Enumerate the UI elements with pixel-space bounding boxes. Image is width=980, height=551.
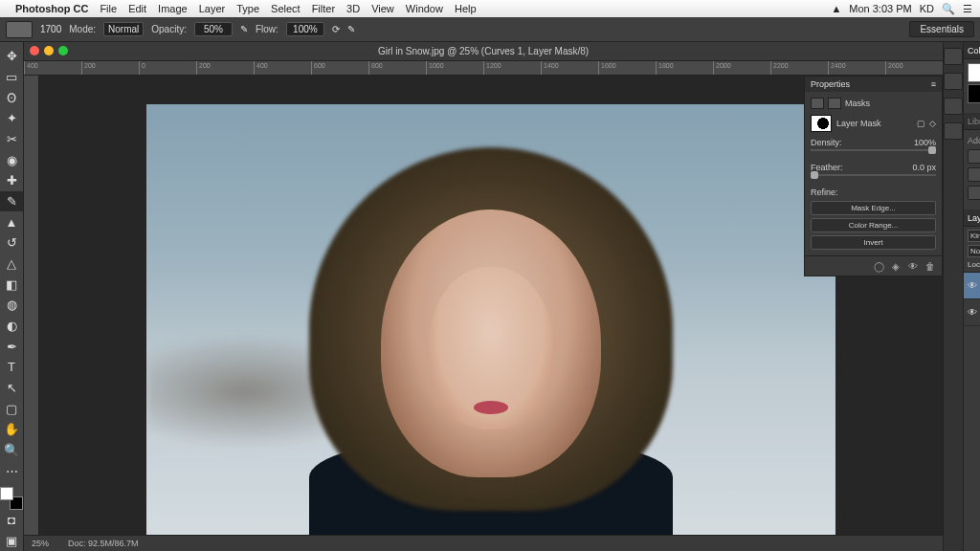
dodge-tool[interactable]: ◐ bbox=[0, 316, 23, 337]
eyedropper-tool[interactable]: ◉ bbox=[0, 149, 23, 170]
close-window-icon[interactable] bbox=[30, 46, 39, 55]
layers-panel-tabs: Layers Channels Paths bbox=[964, 209, 980, 227]
hand-tool[interactable]: ✋ bbox=[0, 419, 23, 440]
history-panel-icon[interactable] bbox=[944, 48, 963, 65]
visibility-icon[interactable]: 👁 bbox=[968, 280, 979, 291]
panel-menu-icon[interactable]: ≡ bbox=[931, 79, 936, 89]
menu-select[interactable]: Select bbox=[271, 3, 301, 14]
layer-background[interactable]: 👁 Background 🔒 bbox=[964, 299, 980, 326]
tab-libraries[interactable]: Libraries bbox=[968, 117, 980, 126]
apply-mask-icon[interactable]: ◈ bbox=[890, 260, 902, 272]
tab-color[interactable]: Color bbox=[968, 46, 980, 55]
crop-tool[interactable]: ✂ bbox=[0, 129, 23, 150]
foreground-color[interactable] bbox=[0, 487, 13, 500]
properties-header[interactable]: Properties ≡ bbox=[805, 77, 942, 92]
mode-label: Mode: bbox=[69, 24, 96, 34]
path-select-tool[interactable]: ↖ bbox=[0, 378, 23, 399]
app-name[interactable]: Photoshop CC bbox=[15, 3, 88, 14]
info-panel-icon[interactable] bbox=[944, 122, 963, 140]
invert-button[interactable]: Invert bbox=[811, 235, 936, 250]
document-tab[interactable]: Girl in Snow.jpg @ 25% (Curves 1, Layer … bbox=[24, 42, 943, 61]
threshold-icon[interactable] bbox=[968, 186, 980, 200]
load-selection-icon[interactable]: ◯ bbox=[873, 260, 884, 272]
density-slider[interactable] bbox=[811, 149, 936, 151]
color-swatches[interactable] bbox=[0, 487, 23, 510]
history-brush-tool[interactable]: ↺ bbox=[0, 232, 23, 253]
horizontal-ruler[interactable]: 4002000200400600800100012001400160018002… bbox=[24, 61, 943, 76]
menu-type[interactable]: Type bbox=[236, 3, 259, 14]
workspace-switcher[interactable]: Essentials bbox=[909, 21, 974, 37]
screenmode-tool[interactable]: ▣ bbox=[0, 530, 23, 551]
layer-blend-select[interactable]: Normal bbox=[968, 245, 980, 257]
zoom-window-icon[interactable] bbox=[58, 46, 68, 55]
menu-edit[interactable]: Edit bbox=[128, 3, 146, 14]
edit-toolbar[interactable]: ⋯ bbox=[0, 460, 23, 481]
fg-swatch[interactable] bbox=[968, 63, 980, 82]
blur-tool[interactable]: ◍ bbox=[0, 295, 23, 316]
brushes-panel-icon[interactable] bbox=[944, 73, 963, 90]
eraser-tool[interactable]: △ bbox=[0, 253, 23, 275]
flow-input[interactable]: 100% bbox=[286, 22, 324, 36]
move-tool[interactable]: ✥ bbox=[0, 46, 23, 67]
color-range-button[interactable]: Color Range... bbox=[811, 218, 936, 232]
menu-filter[interactable]: Filter bbox=[312, 3, 335, 14]
feather-slider[interactable] bbox=[811, 174, 936, 176]
opacity-input[interactable]: 50% bbox=[194, 22, 233, 36]
color-panel-tabs: Color Swatches bbox=[964, 42, 980, 59]
menu-3d[interactable]: 3D bbox=[346, 3, 360, 14]
bg-swatch[interactable] bbox=[968, 84, 980, 103]
user[interactable]: KD bbox=[920, 3, 934, 14]
menu-help[interactable]: Help bbox=[455, 3, 477, 14]
tab-layers[interactable]: Layers bbox=[968, 213, 980, 223]
actions-panel-icon[interactable] bbox=[944, 98, 963, 115]
menu-window[interactable]: Window bbox=[406, 3, 443, 14]
document-area: Girl in Snow.jpg @ 25% (Curves 1, Layer … bbox=[24, 42, 943, 551]
vertical-ruler[interactable] bbox=[24, 76, 39, 535]
menu-view[interactable]: View bbox=[371, 3, 394, 14]
feather-value[interactable]: 0.0 px bbox=[912, 163, 936, 172]
delete-mask-icon[interactable]: 🗑 bbox=[924, 260, 936, 272]
add-vector-mask-icon[interactable]: ◇ bbox=[929, 119, 936, 128]
add-mask-icon[interactable]: ▢ bbox=[917, 119, 925, 128]
pressure-size-icon[interactable]: ✎ bbox=[347, 24, 355, 34]
adjust-panel-tabs: Libraries Adjustments Styles bbox=[964, 113, 980, 130]
brush-tool[interactable]: ✎ bbox=[0, 191, 23, 212]
zoom-tool[interactable]: 🔍 bbox=[0, 440, 23, 461]
healing-tool[interactable]: ✚ bbox=[0, 170, 23, 191]
gradient-tool[interactable]: ◧ bbox=[0, 274, 23, 295]
minimize-window-icon[interactable] bbox=[44, 46, 54, 55]
pen-tool[interactable]: ✒ bbox=[0, 336, 23, 357]
disable-mask-icon[interactable]: 👁 bbox=[907, 260, 919, 272]
brush-preset[interactable] bbox=[6, 21, 33, 38]
quickmask-tool[interactable]: ◘ bbox=[0, 510, 23, 531]
shape-tool[interactable]: ▢ bbox=[0, 398, 23, 419]
type-tool[interactable]: T bbox=[0, 357, 23, 378]
brightness-icon[interactable] bbox=[968, 149, 980, 164]
doc-size[interactable]: Doc: 92.5M/86.7M bbox=[68, 539, 139, 548]
spotlight-icon[interactable]: 🔍 bbox=[942, 3, 955, 15]
quick-select-tool[interactable]: ✦ bbox=[0, 108, 23, 129]
wifi-icon[interactable]: ▲ bbox=[831, 3, 841, 14]
canvas[interactable]: Properties ≡ Masks Layer Mask bbox=[39, 76, 943, 535]
mask-type-icon[interactable] bbox=[811, 98, 824, 109]
menu-layer[interactable]: Layer bbox=[199, 3, 226, 14]
bw-icon[interactable] bbox=[968, 167, 980, 182]
mask-type-icon-2[interactable] bbox=[828, 98, 841, 109]
lasso-tool[interactable]: ʘ bbox=[0, 87, 23, 108]
airbrush-icon[interactable]: ⟳ bbox=[332, 24, 340, 34]
zoom-level[interactable]: 25% bbox=[32, 539, 49, 548]
properties-panel: Properties ≡ Masks Layer Mask bbox=[804, 76, 943, 276]
pressure-opacity-icon[interactable]: ✎ bbox=[240, 24, 248, 34]
marquee-tool[interactable]: ▭ bbox=[0, 67, 23, 88]
layer-filter-kind[interactable]: Kind bbox=[968, 230, 980, 242]
layer-curves[interactable]: 👁 ⛓ Curves 1 bbox=[964, 273, 980, 299]
visibility-icon[interactable]: 👁 bbox=[968, 307, 979, 318]
blend-mode-select[interactable]: Normal bbox=[103, 22, 144, 36]
mask-edge-button[interactable]: Mask Edge... bbox=[811, 201, 936, 215]
brush-size: 1700 bbox=[40, 24, 61, 34]
menu-image[interactable]: Image bbox=[158, 3, 188, 14]
menu-file[interactable]: File bbox=[100, 3, 117, 14]
stamp-tool[interactable]: ▲ bbox=[0, 211, 23, 232]
menu-extra-icon[interactable]: ☰ bbox=[963, 3, 972, 15]
layermask-thumb[interactable] bbox=[811, 115, 832, 132]
